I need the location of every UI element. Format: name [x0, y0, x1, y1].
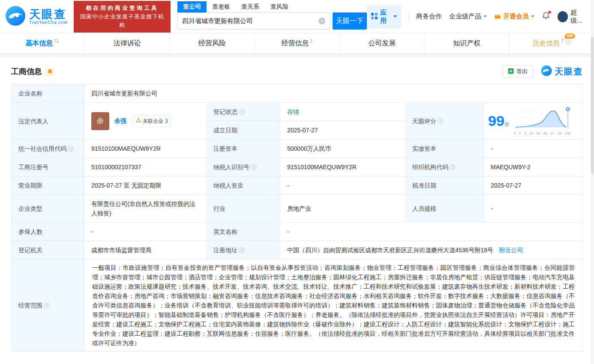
- notifications-bell[interactable]: [542, 12, 550, 21]
- tab-label: 法律诉讼: [114, 39, 141, 48]
- help-icon[interactable]: ?: [44, 303, 50, 308]
- monitor-bell-icon[interactable]: [45, 68, 54, 76]
- nearby-companies-link[interactable]: 附近公司: [499, 247, 523, 254]
- score-chart[interactable]: 0131550859799100: [514, 107, 572, 135]
- table-row: 登记机关 成都市市场监督管理局 注册地址? 中国（四川）自由贸易试验区成都市天府…: [12, 241, 583, 260]
- insured-label: 参保人数: [12, 223, 84, 241]
- table-row: 参保人数 - 英文名称 -: [12, 223, 583, 241]
- help-icon[interactable]: ?: [565, 39, 571, 45]
- company-tabs: 基本信息 11 法律诉讼 经营风险 经营信息 1 公司发展 知识产权 VIP 历…: [0, 33, 594, 54]
- org-code-label: 组织机构代码?: [405, 158, 484, 176]
- company-name-label: 企业名称: [12, 84, 84, 103]
- tianyancha-logo[interactable]: 天眼查 TianYanCha.com: [5, 6, 68, 28]
- score-label: 天眼评分?: [405, 103, 484, 140]
- tax-id-value: 91510100MAEQUW9Y2R: [280, 158, 405, 176]
- promo-line2: 国家中小企业发展子基金旗下机构: [78, 12, 166, 30]
- chevron-down-icon: [531, 15, 534, 18]
- related-companies-badge[interactable]: 关联企业 3: [132, 115, 171, 127]
- score-axis-labels: 0131550859799100: [514, 131, 570, 135]
- search-tab-company[interactable]: 查公司: [177, 1, 207, 12]
- table-row: 企业类型 有限责任公司(非自然人投资或控股的法人独资) 行业 房地产业 人员规模…: [12, 195, 583, 223]
- table-row: 工商注册号 510100002107337 纳税人识别号? 91510100MA…: [12, 158, 583, 176]
- tab-company-development[interactable]: 公司发展: [340, 33, 425, 54]
- brand-watermark: 天眼查: [541, 65, 583, 78]
- username: 超级...: [570, 9, 587, 25]
- tab-label: 经营风险: [198, 39, 226, 48]
- tab-operation-risk[interactable]: 经营风险: [170, 33, 255, 54]
- legal-rep-name-link[interactable]: 余强: [114, 117, 126, 124]
- tab-basic-info[interactable]: 基本信息 11: [0, 33, 85, 54]
- open-vip-label: 开通会员: [503, 12, 529, 21]
- authority-value: 成都市市场监督管理局: [84, 241, 207, 260]
- tax-id-label: 纳税人识别号?: [207, 158, 280, 176]
- scrollbar[interactable]: [591, 0, 594, 364]
- related-companies-count: 3: [165, 116, 168, 126]
- export-icon: [508, 68, 514, 75]
- tab-intellectual-property[interactable]: 知识产权: [425, 33, 510, 54]
- legal-rep-avatar[interactable]: 余: [91, 112, 109, 130]
- nav-enterprise-products[interactable]: 企业级产品: [449, 12, 487, 21]
- business-scope-value: 一般项目：市政设施管理；自有资金投资的资产管理服务；以自有资金从事投资活动；咨询…: [84, 260, 583, 352]
- search-tab-relation[interactable]: 查关系: [236, 1, 265, 12]
- staff-size-label: 人员规模: [405, 195, 484, 223]
- address-label: 注册地址?: [207, 241, 280, 260]
- business-cooperation-label: 商务合作: [416, 12, 442, 21]
- chevron-down-icon: [393, 15, 397, 18]
- help-icon[interactable]: ?: [239, 109, 245, 115]
- staff-size-value: -: [484, 195, 583, 223]
- business-scope-label: 经营范围?: [12, 260, 84, 352]
- help-icon[interactable]: ?: [239, 248, 245, 253]
- reg-capital-label: 注册资本: [207, 140, 280, 158]
- help-icon[interactable]: ?: [438, 118, 444, 124]
- tab-count: 11: [54, 38, 59, 43]
- user-menu[interactable]: 超级...: [558, 9, 587, 25]
- scrollbar-thumb[interactable]: [591, 37, 594, 174]
- business-term-label: 营业期限: [12, 176, 84, 195]
- section-gap: [0, 54, 594, 57]
- org-code-value: MAEQUW9Y-2: [484, 158, 583, 176]
- apps-button[interactable]: 应用: [367, 5, 401, 28]
- tab-count: 1: [310, 38, 312, 43]
- established-label: 成立日期: [207, 121, 280, 140]
- reg-status-label: 登记状态?: [207, 103, 280, 121]
- table-row: 营业期限 2025-07-27 至 无固定期限 纳税人资质 - 核准日期 202…: [12, 176, 583, 195]
- business-info-table: 企业名称 四川省城市更新有限公司 法定代表人 余 余强: [11, 84, 583, 352]
- help-icon[interactable]: ?: [450, 164, 456, 170]
- tab-label: 基本信息: [25, 39, 53, 48]
- notification-dot: [548, 11, 551, 14]
- vip-badge: VIP: [565, 33, 576, 39]
- score-value: 99: [488, 113, 504, 129]
- authority-label: 登记机关: [12, 241, 84, 260]
- industry-label: 行业: [207, 195, 280, 223]
- search-input[interactable]: [182, 18, 318, 25]
- nav-open-vip[interactable]: 开通会员: [494, 12, 534, 21]
- tab-label: 经营信息: [281, 39, 309, 48]
- reg-no-value: 510100002107337: [84, 158, 207, 176]
- reg-capital-value: 500000万人民币: [280, 140, 405, 158]
- tab-operation-info[interactable]: 经营信息 1: [255, 33, 339, 54]
- help-icon[interactable]: ?: [68, 146, 74, 152]
- paid-capital-label: 实缴资本: [405, 140, 484, 158]
- promo-line1: 都在用的商业查询工具: [78, 4, 166, 12]
- search-tab-boss[interactable]: 查老板: [207, 1, 236, 12]
- table-row: 法定代表人 余 余强: [12, 103, 583, 121]
- help-icon[interactable]: ?: [251, 164, 257, 170]
- taxpayer-quality-label: 纳税人资质: [207, 176, 280, 195]
- search-button[interactable]: 天眼一下: [333, 12, 367, 30]
- search-tab-risk[interactable]: 查风险: [265, 1, 294, 12]
- tab-legal-proceedings[interactable]: 法律诉讼: [85, 33, 170, 54]
- industry-value: 房地产业: [280, 195, 405, 223]
- credit-code-label: 统一社会信用代码?: [12, 140, 84, 158]
- enterprise-products-label: 企业级产品: [449, 12, 481, 21]
- related-companies-label: 关联企业: [143, 116, 163, 126]
- export-button[interactable]: 导出: [502, 65, 533, 78]
- export-label: 导出: [516, 68, 528, 75]
- clear-icon[interactable]: ×: [318, 18, 325, 24]
- nav-business-cooperation[interactable]: 商务合作: [416, 12, 442, 21]
- insured-value: -: [84, 223, 207, 241]
- top-header: 天眼查 TianYanCha.com 都在用的商业查询工具 国家中小企业发展子基…: [0, 0, 594, 33]
- header-right: 应用 商务合作 企业级产品 开通会员: [367, 5, 587, 28]
- tab-history-info[interactable]: VIP 历史信息 7 ?: [510, 33, 594, 54]
- user-avatar: [558, 11, 568, 22]
- credit-code-value: 91510100MAEQUW9Y2R: [84, 140, 207, 158]
